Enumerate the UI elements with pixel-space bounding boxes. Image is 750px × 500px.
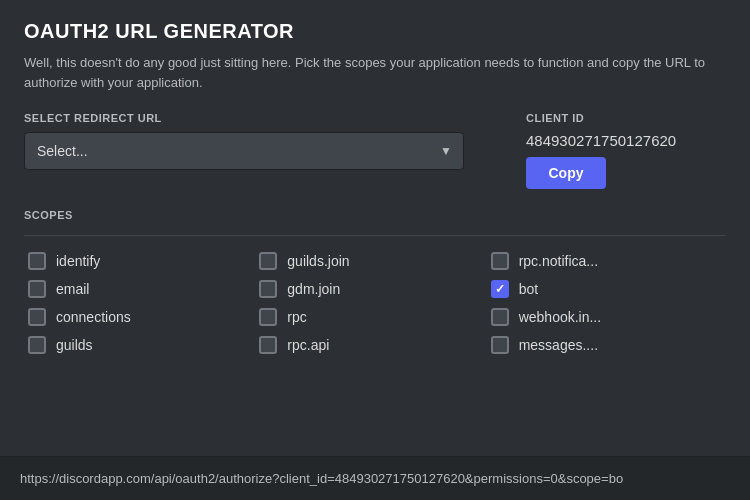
scope-rpc[interactable]: rpc bbox=[259, 308, 490, 326]
main-container: OAUTH2 URL GENERATOR Well, this doesn't … bbox=[0, 0, 750, 370]
scope-identify-checkbox[interactable] bbox=[28, 252, 46, 270]
client-id-label: CLIENT ID bbox=[526, 112, 726, 124]
redirect-url-group: SELECT REDIRECT URL Select... ▼ bbox=[24, 112, 486, 170]
scope-connections-checkbox[interactable] bbox=[28, 308, 46, 326]
client-id-value: 484930271750127620 bbox=[526, 132, 726, 149]
scopes-divider bbox=[24, 235, 726, 236]
fields-row: SELECT REDIRECT URL Select... ▼ CLIENT I… bbox=[24, 112, 726, 189]
copy-button[interactable]: Copy bbox=[526, 157, 606, 189]
scope-rpc-api-label: rpc.api bbox=[287, 337, 329, 353]
client-id-group: CLIENT ID 484930271750127620 Copy bbox=[526, 112, 726, 189]
scope-guilds-join-checkbox[interactable] bbox=[259, 252, 277, 270]
scope-guilds-join[interactable]: guilds.join bbox=[259, 252, 490, 270]
scope-webhook-incoming[interactable]: webhook.in... bbox=[491, 308, 722, 326]
scope-guilds-join-label: guilds.join bbox=[287, 253, 349, 269]
scope-email-checkbox[interactable] bbox=[28, 280, 46, 298]
scope-bot-checkbox[interactable] bbox=[491, 280, 509, 298]
scopes-grid: identify guilds.join rpc.notifica... ema… bbox=[24, 252, 726, 354]
scope-gdm-join[interactable]: gdm.join bbox=[259, 280, 490, 298]
scope-bot[interactable]: bot bbox=[491, 280, 722, 298]
scope-connections[interactable]: connections bbox=[28, 308, 259, 326]
scope-gdm-join-label: gdm.join bbox=[287, 281, 340, 297]
page-description: Well, this doesn't do any good just sitt… bbox=[24, 53, 726, 92]
scope-email[interactable]: email bbox=[28, 280, 259, 298]
scope-messages-read[interactable]: messages.... bbox=[491, 336, 722, 354]
scope-identify-label: identify bbox=[56, 253, 100, 269]
scope-guilds-label: guilds bbox=[56, 337, 93, 353]
scope-rpc-notifications-label: rpc.notifica... bbox=[519, 253, 598, 269]
scopes-section: SCOPES identify guilds.join rpc.notifica… bbox=[24, 209, 726, 354]
scopes-label: SCOPES bbox=[24, 209, 726, 221]
scope-webhook-incoming-label: webhook.in... bbox=[519, 309, 602, 325]
scope-rpc-notifications[interactable]: rpc.notifica... bbox=[491, 252, 722, 270]
scope-email-label: email bbox=[56, 281, 89, 297]
scope-gdm-join-checkbox[interactable] bbox=[259, 280, 277, 298]
scope-identify[interactable]: identify bbox=[28, 252, 259, 270]
scope-rpc-checkbox[interactable] bbox=[259, 308, 277, 326]
scope-messages-read-label: messages.... bbox=[519, 337, 598, 353]
redirect-url-select[interactable]: Select... bbox=[24, 132, 464, 170]
scope-guilds[interactable]: guilds bbox=[28, 336, 259, 354]
page-title: OAUTH2 URL GENERATOR bbox=[24, 20, 726, 43]
redirect-url-label: SELECT REDIRECT URL bbox=[24, 112, 486, 124]
scope-rpc-notifications-checkbox[interactable] bbox=[491, 252, 509, 270]
scope-guilds-checkbox[interactable] bbox=[28, 336, 46, 354]
redirect-url-select-wrapper: Select... ▼ bbox=[24, 132, 464, 170]
scope-webhook-incoming-checkbox[interactable] bbox=[491, 308, 509, 326]
scope-bot-label: bot bbox=[519, 281, 538, 297]
scope-rpc-label: rpc bbox=[287, 309, 306, 325]
scope-messages-read-checkbox[interactable] bbox=[491, 336, 509, 354]
url-bar[interactable]: https://discordapp.com/api/oauth2/author… bbox=[0, 456, 750, 500]
scope-rpc-api-checkbox[interactable] bbox=[259, 336, 277, 354]
scope-connections-label: connections bbox=[56, 309, 131, 325]
scope-rpc-api[interactable]: rpc.api bbox=[259, 336, 490, 354]
